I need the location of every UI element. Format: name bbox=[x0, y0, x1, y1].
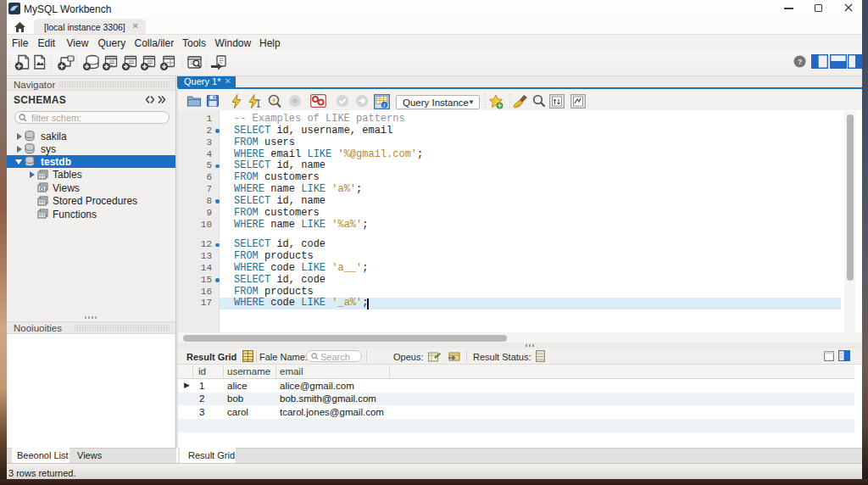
svg-text:i: i bbox=[384, 102, 386, 108]
svg-text:?: ? bbox=[798, 58, 803, 66]
